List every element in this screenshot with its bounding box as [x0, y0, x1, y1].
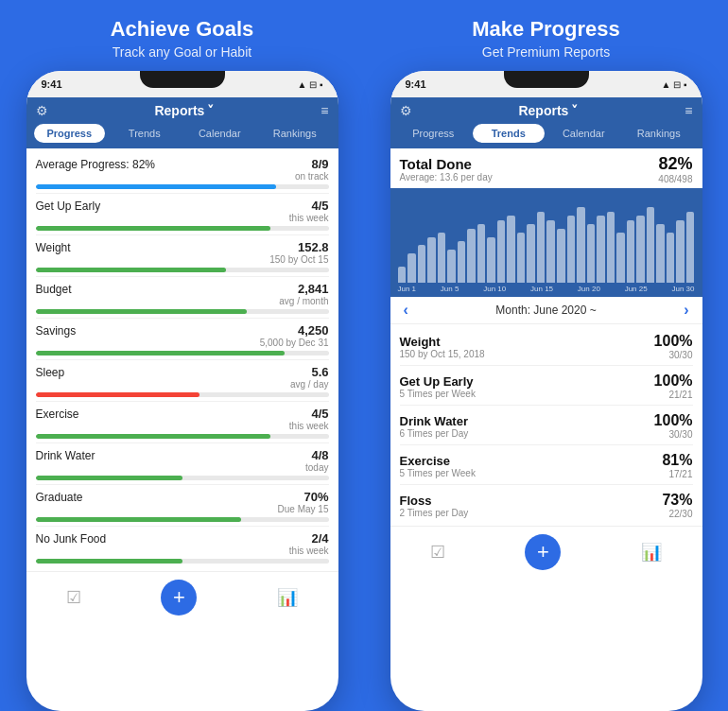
prev-month-button[interactable]: ‹ [404, 302, 408, 319]
chart-bar [676, 220, 685, 284]
tab-trends[interactable]: Trends [109, 124, 181, 143]
chart-label: Jun 10 [483, 285, 506, 293]
trend-label: Get Up Early [400, 374, 476, 389]
progress-bar-fill [36, 351, 286, 356]
progress-item: Drink Water 4/8 today [36, 443, 329, 485]
progress-item: Sleep 5.6 avg / day [36, 360, 329, 402]
chart-bar [557, 229, 565, 284]
item-sub: this week [289, 546, 329, 556]
trend-count: 21/21 [654, 390, 693, 400]
right-filter-icon[interactable]: ≡ [685, 103, 692, 118]
chart-label: Jun 25 [625, 285, 648, 293]
item-value: 152.8 150 by Oct 15 [269, 240, 328, 265]
left-title: Achieve Goals [111, 17, 254, 42]
right-settings-icon[interactable]: ⚙ [400, 103, 412, 118]
chart-bar [587, 224, 596, 283]
chart-icon[interactable]: 📊 [277, 587, 298, 608]
item-label: Drink Water [36, 449, 95, 462]
item-value: 4/8 today [305, 448, 328, 473]
next-month-button[interactable]: › [684, 302, 688, 319]
trend-count: 30/30 [654, 429, 693, 440]
right-tab-trends[interactable]: Trends [473, 124, 545, 143]
trend-sub: 5 Times per Week [400, 468, 476, 478]
item-sub: 5,000 by Dec 31 [260, 338, 329, 348]
chart-bar [418, 245, 426, 283]
tab-calendar[interactable]: Calendar [184, 124, 256, 143]
add-button[interactable]: + [161, 580, 197, 616]
trend-row: Get Up Early 5 Times per Week 100% 21/21 [400, 373, 693, 400]
trends-avg: Average: 13.6 per day [400, 172, 493, 182]
progress-bar-bg [36, 476, 329, 480]
right-tab-rankings[interactable]: Rankings [623, 124, 695, 143]
chart-bar [616, 233, 625, 283]
right-notch [504, 71, 589, 88]
tabs-bar: Progress Trends Calendar Rankings [26, 124, 338, 148]
trends-total-count: 408/498 [658, 174, 692, 184]
settings-icon[interactable]: ⚙ [36, 103, 48, 118]
chart-bar [546, 220, 555, 284]
right-tab-progress[interactable]: Progress [398, 124, 470, 143]
item-sub: avg / month [279, 296, 328, 306]
progress-bar-bg [36, 434, 329, 439]
left-subtitle: Track any Goal or Habit [113, 44, 251, 60]
trend-sub: 2 Times per Day [400, 508, 469, 518]
app-header: ⚙ Reports ˅ ≡ [26, 97, 338, 124]
progress-bar-fill [36, 434, 270, 439]
progress-bar-bg [36, 226, 329, 231]
chart-label: Jun 1 [398, 285, 417, 293]
trend-row: Exercise 5 Times per Week 81% 17/21 [400, 452, 693, 479]
right-add-button[interactable]: + [525, 534, 561, 570]
right-panel: Make Progress Get Premium Reports 9:41 ▲… [364, 0, 728, 711]
month-label[interactable]: Month: June 2020 ~ [495, 303, 596, 317]
chart-bar [517, 233, 526, 283]
chart-bar [537, 212, 546, 284]
trends-total-pct: 82% [658, 154, 692, 174]
chart-bar [686, 212, 695, 284]
right-bottom-nav: ☑ + 📊 [390, 526, 702, 578]
chart-bar [567, 216, 576, 283]
status-time: 9:41 [42, 78, 62, 90]
right-app-header: ⚙ Reports ˅ ≡ [390, 97, 702, 124]
chart-bar [597, 216, 605, 283]
chart-bar [636, 216, 645, 283]
item-sub: on track [295, 171, 329, 182]
checklist-icon[interactable]: ☑ [66, 587, 81, 608]
item-label: Weight [36, 241, 71, 254]
progress-item: Get Up Early 4/5 this week [36, 194, 329, 235]
progress-bar-fill [36, 392, 200, 397]
trend-label: Exercise [400, 454, 476, 468]
left-panel: Achieve Goals Track any Goal or Habit 9:… [0, 0, 364, 711]
right-phone-frame: 9:41 ▲ ⊟ ▪ ⚙ Reports ˅ ≡ Progress Trends… [390, 71, 702, 711]
chart-bar [507, 216, 515, 283]
trend-row: Weight 150 by Oct 15, 2018 100% 30/30 [400, 333, 693, 360]
item-label: Sleep [36, 366, 65, 379]
progress-item: Weight 152.8 150 by Oct 15 [36, 235, 329, 277]
item-label: Savings [36, 324, 77, 338]
bottom-nav: ☑ + 📊 [26, 571, 338, 623]
tab-rankings[interactable]: Rankings [259, 124, 331, 143]
chart-bar [487, 237, 495, 284]
header-chevron: ˅ [207, 103, 214, 118]
item-label: Graduate [36, 491, 83, 504]
right-tabs-bar: Progress Trends Calendar Rankings [390, 124, 702, 148]
right-checklist-icon[interactable]: ☑ [430, 542, 445, 563]
right-chart-icon[interactable]: 📊 [641, 542, 662, 563]
right-title: Make Progress [472, 17, 620, 42]
trend-item: Get Up Early 5 Times per Week 100% 21/21 [400, 366, 693, 406]
tab-progress[interactable]: Progress [34, 124, 106, 143]
right-header-chevron: ˅ [571, 103, 578, 118]
progress-item: Budget 2,841 avg / month [36, 277, 329, 319]
progress-item: Savings 4,250 5,000 by Dec 31 [36, 319, 329, 360]
trend-pct: 100% [654, 333, 693, 350]
item-label: Get Up Early [36, 199, 101, 213]
header-title-text: Reports [154, 103, 204, 118]
filter-icon[interactable]: ≡ [321, 103, 328, 118]
chart-bar [398, 267, 407, 284]
right-tab-calendar[interactable]: Calendar [548, 124, 620, 143]
chart-label: Jun 5 [441, 285, 459, 293]
item-sub: today [305, 462, 328, 473]
item-sub: this week [289, 213, 329, 223]
header-title-area: Reports ˅ [154, 103, 214, 118]
progress-bar-fill [36, 476, 182, 480]
trend-pct: 73% [662, 492, 692, 509]
